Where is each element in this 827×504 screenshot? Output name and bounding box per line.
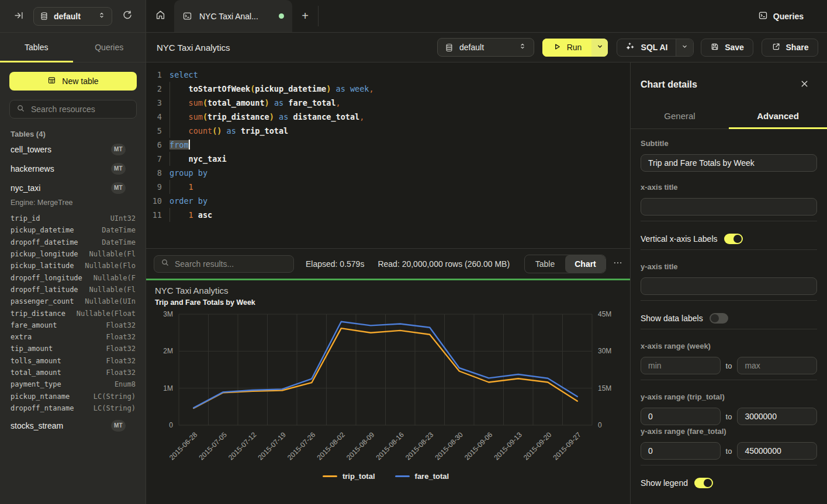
column-row[interactable]: passenger_countNullable(UIn [11, 296, 136, 307]
line-chart[interactable]: 001M15M2M30M3M45M2015-06-282015-07-05201… [146, 280, 630, 467]
run-button[interactable]: Run [542, 39, 591, 57]
svg-text:15M: 15M [598, 384, 611, 392]
share-button[interactable]: Share [762, 39, 818, 57]
sidebar-tab-tables[interactable]: Tables [0, 33, 73, 62]
y-range-fare-max-input[interactable] [737, 442, 817, 460]
sql-editor[interactable]: 1select2 toStartOfWeek(pickup_datetime) … [146, 62, 630, 249]
column-row[interactable]: total_amountFloat32 [11, 367, 136, 378]
share-button-label: Share [786, 43, 809, 52]
home-button[interactable] [146, 0, 174, 32]
line-number: 3 [146, 96, 162, 110]
svg-text:3M: 3M [163, 310, 173, 318]
subtitle-label: Subtitle [641, 139, 817, 148]
x-range-min-input[interactable] [641, 357, 721, 374]
play-icon [552, 42, 562, 53]
column-row[interactable]: trip_idUInt32 [11, 213, 136, 224]
column-row[interactable]: payment_typeEnum8 [11, 378, 136, 390]
table-item-nyc_taxi[interactable]: nyc_taxiMT [0, 178, 146, 197]
query-database-value: default [459, 43, 518, 52]
column-type: Nullable(F [94, 274, 136, 282]
panel-close-button[interactable] [798, 78, 811, 91]
panel-tab-advanced[interactable]: Advanced [729, 103, 827, 128]
line-number: 7 [146, 152, 162, 166]
legend-item-trip_total[interactable]: trip_total [323, 472, 375, 481]
column-row[interactable]: extraFloat32 [11, 331, 136, 343]
run-options-button[interactable] [591, 39, 608, 57]
new-tab-button[interactable]: + [292, 0, 318, 32]
engine-badge: MT [111, 420, 126, 432]
table-item-hackernews[interactable]: hackernewsMT [0, 159, 146, 178]
query-database-selector[interactable]: default [437, 38, 534, 57]
column-name: pickup_latitude [11, 262, 74, 270]
column-name: trip_distance [11, 310, 65, 318]
column-row[interactable]: pickup_ntanameLC(String) [11, 390, 136, 402]
view-chart-button[interactable]: Chart [565, 255, 605, 273]
top-bar-spacer [319, 0, 758, 32]
y-range-trip-max-input[interactable] [737, 408, 817, 425]
new-table-label: New table [62, 77, 98, 86]
column-row[interactable]: trip_distanceNullable(Float [11, 307, 136, 319]
column-name: extra [11, 333, 32, 341]
database-selector[interactable]: default [33, 7, 112, 26]
column-row[interactable]: pickup_latitudeNullable(Flo [11, 260, 136, 272]
line-number: 11 [146, 208, 162, 222]
y-range-trip-min-input[interactable] [641, 408, 721, 425]
table-item-stocks_stream[interactable]: stocks_streamMT [0, 416, 146, 435]
line-number: 2 [146, 82, 162, 96]
chart-details-panel: Chart details General Advanced Subtitle … [630, 62, 827, 504]
column-row[interactable]: tip_amountFloat32 [11, 343, 136, 354]
column-name: dropoff_latitude [11, 286, 78, 294]
save-button[interactable]: Save [701, 39, 753, 57]
svg-text:2015-08-02: 2015-08-02 [316, 430, 347, 462]
show-data-labels-label: Show data labels [641, 314, 703, 323]
y-range-fare-min-input[interactable] [641, 442, 721, 460]
column-row[interactable]: dropoff_longitudeNullable(F [11, 272, 136, 283]
queries-button-label: Queries [773, 12, 804, 21]
divider [641, 249, 817, 250]
column-row[interactable]: dropoff_ntanameLC(String) [11, 402, 136, 414]
line-code: sum(total_amount) as fare_total, [169, 96, 341, 110]
column-row[interactable]: tolls_amountFloat32 [11, 355, 136, 367]
show-legend-toggle[interactable] [694, 478, 713, 488]
results-search[interactable] [154, 255, 294, 273]
column-row[interactable]: fare_amountFloat32 [11, 319, 136, 331]
column-row[interactable]: dropoff_datetimeDateTime [11, 237, 136, 248]
column-row[interactable]: pickup_datetimeDateTime [11, 224, 136, 236]
run-button-group: Run [542, 39, 608, 57]
refresh-button[interactable] [119, 8, 136, 25]
table-item-cell_towers[interactable]: cell_towersMT [0, 140, 146, 159]
view-table-button[interactable]: Table [525, 255, 565, 273]
more-options-button[interactable] [611, 255, 624, 273]
text-cursor [189, 140, 190, 150]
queries-button[interactable]: Queries [758, 0, 804, 32]
chevron-down-icon [596, 43, 604, 52]
column-row[interactable]: pickup_longitudeNullable(Fl [11, 248, 136, 260]
sidebar-search-input[interactable] [31, 105, 130, 114]
editor-line-4: 4 sum(trip_distance) as distance_total, [146, 110, 630, 124]
new-table-button[interactable]: New table [9, 72, 137, 91]
top-bar-left: default [0, 0, 146, 32]
panel-tab-general[interactable]: General [631, 103, 729, 128]
legend-item-fare_total[interactable]: fare_total [395, 472, 449, 481]
x-range-max-input[interactable] [737, 357, 817, 374]
y-axis-title-input[interactable] [641, 277, 817, 295]
subtitle-input[interactable] [641, 154, 817, 172]
refresh-icon [122, 10, 133, 22]
svg-text:2015-08-09: 2015-08-09 [345, 430, 376, 462]
x-axis-title-input[interactable] [641, 198, 817, 215]
show-data-labels-toggle[interactable] [710, 313, 728, 324]
sidebar-search[interactable] [9, 100, 137, 119]
editor-line-1: 1select [146, 68, 630, 82]
sidebar-tab-queries[interactable]: Queries [73, 33, 146, 62]
toggle-knob [733, 235, 742, 243]
sql-ai-options-button[interactable] [676, 39, 693, 56]
column-name: pickup_longitude [11, 250, 78, 258]
vertical-x-labels-toggle[interactable] [724, 234, 743, 244]
legend-label: fare_total [415, 472, 449, 481]
column-row[interactable]: dropoff_latitudeNullable(Fl [11, 284, 136, 296]
sql-ai-button[interactable]: SQL AI [617, 41, 676, 53]
chevron-down-icon [681, 43, 688, 52]
collapse-sidebar-button[interactable] [11, 8, 27, 25]
results-search-input[interactable] [175, 259, 287, 269]
tab-nyc-taxi-analytics[interactable]: NYC Taxi Anal... [174, 0, 292, 32]
